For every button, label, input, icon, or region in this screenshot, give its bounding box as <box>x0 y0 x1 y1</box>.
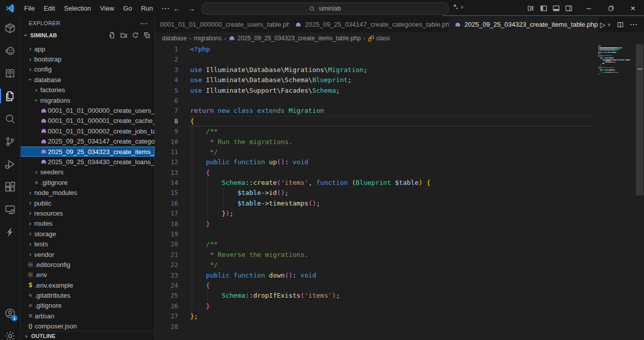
tree-file-2025-09-25-034430-create-loans-tabl-[interactable]: 2025_09_25_034430_create_loans_tabl... <box>20 157 154 167</box>
line-number[interactable]: 4 <box>155 75 178 85</box>
tree-folder-factories[interactable]: ›factories <box>20 85 154 95</box>
tree-file-composer-json[interactable]: {}composer.json <box>20 321 154 331</box>
tree-folder-database[interactable]: ›database <box>20 75 154 85</box>
breadcrumb-item[interactable]: database <box>162 35 187 42</box>
search-icon[interactable] <box>0 107 20 130</box>
code-line-14[interactable]: 14 Schema::create('items', function (Blu… <box>155 178 594 188</box>
editor-layout-icon[interactable] <box>527 5 535 12</box>
assistant-icon[interactable] <box>0 39 20 62</box>
tree-folder-routes[interactable]: ›routes <box>20 219 154 229</box>
toggle-sidebar-icon[interactable] <box>540 5 547 12</box>
new-file-icon[interactable] <box>109 32 116 39</box>
code-line-12[interactable]: 12 public function up(): void <box>155 157 594 167</box>
tree-file-2025-09-25-034147-create-categories-[interactable]: 2025_09_25_034147_create_categories... <box>20 137 154 147</box>
minimize-button[interactable]: ─ <box>578 0 600 17</box>
restore-button[interactable] <box>600 0 622 17</box>
code-line-21[interactable]: 21 * Reverse the migrations. <box>155 250 594 260</box>
menu-run[interactable]: Run <box>136 3 157 14</box>
tree-file--env[interactable]: .env <box>20 270 154 280</box>
line-number[interactable]: 10 <box>155 137 178 147</box>
line-number[interactable]: 6 <box>155 96 178 106</box>
copilot-chevron-icon[interactable]: ∨ <box>460 5 464 10</box>
line-number[interactable]: 11 <box>155 147 178 157</box>
run-code-button[interactable]: ▷ <box>600 21 606 29</box>
line-number[interactable]: 20 <box>155 239 178 249</box>
line-number[interactable]: 5 <box>155 86 178 96</box>
code-line-6[interactable]: 6 <box>155 96 594 106</box>
tree-folder-tests[interactable]: ›tests <box>20 239 154 249</box>
breadcrumb-item[interactable]: 2025_09_25_034323_create_items_table.php <box>228 35 361 42</box>
settings-gear-icon[interactable] <box>0 324 20 340</box>
tree-file-0001-01-01-000001-create-cache-tabl-[interactable]: 0001_01_01_000001_create_cache_tabl... <box>20 116 154 126</box>
project-root-row[interactable]: › SIMINLAB <box>20 30 154 41</box>
menu-more-icon[interactable]: ··· <box>157 3 175 14</box>
code-line-16[interactable]: 16 $table->timestamps(); <box>155 198 594 209</box>
nav-forward-icon[interactable]: → <box>188 4 195 13</box>
line-number[interactable]: 17 <box>155 209 178 219</box>
line-number[interactable]: 7 <box>155 106 178 116</box>
code-line-26[interactable]: 26 } <box>155 301 594 311</box>
tree-folder-vendor[interactable]: ›vendor <box>20 249 154 259</box>
line-number[interactable]: 28 <box>155 322 178 332</box>
code-line-3[interactable]: 3use Illuminate\Database\Migrations\Migr… <box>155 65 594 75</box>
tree-folder-node-modules[interactable]: ›node_modules <box>20 187 154 197</box>
tree-file-0001-01-01-000000-create-users-tabl-[interactable]: 0001_01_01_000000_create_users_tabl... <box>20 105 154 115</box>
source-control-icon[interactable] <box>0 130 20 153</box>
editor-more-actions-icon[interactable]: ··· <box>630 21 638 28</box>
line-number[interactable]: 9 <box>155 126 178 137</box>
code-line-8[interactable]: 8{ <box>155 116 594 126</box>
copilot-icon[interactable] <box>451 3 459 11</box>
command-center-search[interactable]: siminlab <box>201 3 449 15</box>
code-line-1[interactable]: 1<?php <box>155 44 594 54</box>
code-line-15[interactable]: 15 $table->id(); <box>155 188 594 198</box>
code-line-7[interactable]: 7return new class extends Migration <box>155 106 594 116</box>
code-line-17[interactable]: 17 }); <box>155 209 594 219</box>
breadcrumb-item[interactable]: class <box>368 35 390 42</box>
breadcrumb-item[interactable]: migrations <box>194 35 221 42</box>
line-number[interactable]: 14 <box>155 178 178 188</box>
line-number[interactable]: 12 <box>155 157 178 167</box>
tree-folder-bootstrap[interactable]: ›bootstrap <box>20 54 154 64</box>
line-number[interactable]: 27 <box>155 311 178 321</box>
code-line-9[interactable]: 9 /** <box>155 126 594 137</box>
code-line-10[interactable]: 10 * Run the migrations. <box>155 137 594 147</box>
book-icon[interactable] <box>0 62 20 85</box>
line-number[interactable]: 2 <box>155 54 178 64</box>
code-line-24[interactable]: 24 { <box>155 281 594 291</box>
line-number[interactable]: 26 <box>155 301 178 311</box>
split-editor-icon[interactable] <box>617 21 624 28</box>
tree-file--editorconfig[interactable]: .editorconfig <box>20 259 154 269</box>
code-line-5[interactable]: 5use Illuminate\Support\Facades\Schema; <box>155 86 594 96</box>
menu-selection[interactable]: Selection <box>59 3 95 14</box>
line-number[interactable]: 18 <box>155 219 178 229</box>
line-number[interactable]: 23 <box>155 270 178 281</box>
line-number[interactable]: 19 <box>155 229 178 239</box>
code-line-2[interactable]: 2 <box>155 54 594 64</box>
collapse-all-icon[interactable] <box>143 32 150 39</box>
line-number[interactable]: 25 <box>155 291 178 301</box>
scrollbar-slider[interactable] <box>636 44 643 195</box>
extensions-icon[interactable] <box>0 175 20 198</box>
tree-file-2025-09-25-034323-create-items-tabl-[interactable]: 2025_09_25_034323_create_items_tabl... <box>20 147 154 157</box>
tree-folder-public[interactable]: ›public <box>20 198 154 208</box>
menu-edit[interactable]: Edit <box>39 3 59 14</box>
code-line-22[interactable]: 22 */ <box>155 260 594 270</box>
tab-0[interactable]: 0001_01_01_000000_create_users_table.php <box>155 17 290 32</box>
tab-2[interactable]: 2025_09_25_034323_create_items_table.php… <box>449 17 598 32</box>
tree-file-0001-01-01-000002-create-jobs-table-[interactable]: 0001_01_01_000002_create_jobs_table... <box>20 126 154 136</box>
code-line-11[interactable]: 11 */ <box>155 147 594 157</box>
code-line-18[interactable]: 18 } <box>155 219 594 229</box>
code-line-20[interactable]: 20 /** <box>155 239 594 249</box>
toggle-secondary-sidebar-icon[interactable] <box>565 5 573 12</box>
code-editor[interactable]: 1<?php23use Illuminate\Database\Migratio… <box>155 44 644 340</box>
minimap[interactable] <box>598 45 635 340</box>
tree-file--gitignore[interactable]: .gitignore <box>20 177 154 187</box>
code-line-25[interactable]: 25 Schema::dropIfExists('items'); <box>155 291 594 301</box>
tree-folder-migrations[interactable]: ›migrations <box>20 95 154 105</box>
line-number[interactable]: 3 <box>155 65 178 75</box>
tree-folder-seeders[interactable]: ›seeders <box>20 167 154 177</box>
toggle-panel-icon[interactable] <box>552 5 560 12</box>
remote-explorer-icon[interactable] <box>0 198 20 221</box>
close-button[interactable]: × <box>622 0 644 17</box>
tree-file--env-example[interactable]: $.env.example <box>20 280 154 290</box>
